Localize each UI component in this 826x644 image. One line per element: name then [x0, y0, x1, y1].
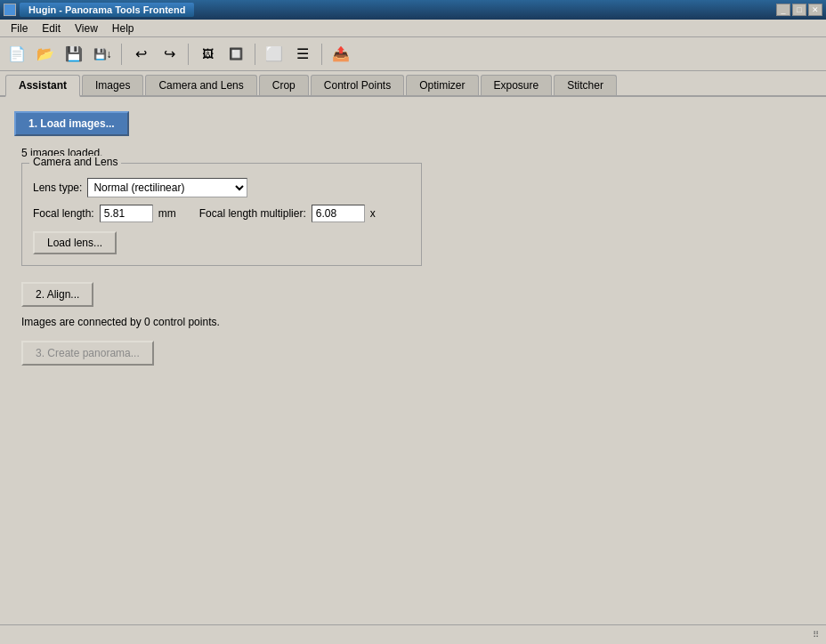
close-button[interactable]: ✕: [808, 4, 822, 16]
toolbar-sep-1: [121, 44, 122, 65]
tab-bar: Assistant Images Camera and Lens Crop Co…: [0, 71, 826, 97]
panorama-button[interactable]: 🔲: [223, 41, 249, 68]
tab-crop[interactable]: Crop: [259, 75, 309, 95]
focal-length-row: Focal length: mm Focal length multiplier…: [33, 205, 410, 222]
num-transform-button[interactable]: ☰: [289, 41, 316, 68]
tab-assistant[interactable]: Assistant: [5, 75, 80, 97]
redo-button[interactable]: ↪: [156, 41, 182, 68]
status-right: ⠿: [808, 628, 822, 642]
camera-lens-group: Camera and Lens Lens type: Normal (recti…: [21, 163, 422, 266]
add-images-button[interactable]: 🖼: [194, 41, 221, 68]
menu-edit[interactable]: Edit: [35, 20, 68, 36]
undo-button[interactable]: ↩: [127, 41, 154, 68]
new-button[interactable]: 📄: [4, 41, 30, 68]
menu-bar: File Edit View Help: [0, 20, 826, 37]
maximize-button[interactable]: □: [792, 4, 806, 16]
minimize-button[interactable]: _: [776, 4, 790, 16]
tab-optimizer[interactable]: Optimizer: [406, 75, 478, 95]
title-buttons[interactable]: _ □ ✕: [776, 4, 822, 16]
load-images-button[interactable]: 1. Load images...: [14, 111, 129, 136]
create-panorama-button[interactable]: 3. Create panorama...: [21, 341, 154, 366]
tab-images[interactable]: Images: [82, 75, 143, 95]
title-bar: Hugin - Panorama Tools Frontend _ □ ✕: [0, 0, 826, 20]
open-button[interactable]: 📂: [32, 41, 59, 68]
focal-length-unit: mm: [158, 207, 176, 220]
group-label: Camera and Lens: [29, 156, 121, 168]
load-lens-button[interactable]: Load lens...: [33, 231, 117, 254]
fit-button[interactable]: ⬜: [261, 41, 287, 68]
focal-multiplier-input[interactable]: [312, 205, 365, 222]
control-points-row: Images are connected by 0 control points…: [21, 316, 812, 328]
create-panorama-row: 3. Create panorama...: [21, 341, 812, 366]
align-button[interactable]: 2. Align...: [21, 282, 93, 307]
tab-exposure[interactable]: Exposure: [481, 75, 553, 95]
menu-file[interactable]: File: [4, 20, 35, 36]
tab-stitcher[interactable]: Stitcher: [554, 75, 617, 95]
focal-length-input[interactable]: [100, 205, 153, 222]
save-as-button[interactable]: 💾↓: [89, 41, 116, 68]
menu-help[interactable]: Help: [105, 20, 142, 36]
control-points-text: Images are connected by 0 control points…: [21, 316, 220, 328]
lens-type-select[interactable]: Normal (rectilinear)FisheyeCylindricalEq…: [87, 178, 247, 197]
toolbar: 📄 📂 💾 💾↓ ↩ ↪ 🖼 🔲 ⬜ ☰ 📤: [0, 37, 826, 71]
focal-length-label: Focal length:: [33, 207, 94, 220]
focal-multiplier-unit: x: [370, 207, 376, 220]
resize-grip[interactable]: ⠿: [808, 628, 822, 642]
app-icon: [4, 4, 16, 16]
toolbar-sep-3: [255, 44, 255, 65]
load-lens-row: Load lens...: [33, 231, 410, 254]
status-bar: ⠿: [0, 624, 826, 644]
lens-type-row: Lens type: Normal (rectilinear)FisheyeCy…: [33, 178, 410, 197]
toolbar-sep-4: [321, 44, 322, 65]
lens-type-label: Lens type:: [33, 181, 82, 194]
tab-camera-lens[interactable]: Camera and Lens: [145, 75, 256, 95]
menu-view[interactable]: View: [68, 20, 105, 36]
tab-control-points[interactable]: Control Points: [311, 75, 404, 95]
title-text: Hugin - Panorama Tools Frontend: [20, 3, 194, 17]
align-row: 2. Align...: [21, 282, 812, 307]
export-button[interactable]: 📤: [328, 41, 354, 68]
toolbar-sep-2: [188, 44, 189, 65]
save-button[interactable]: 💾: [61, 41, 87, 68]
focal-multiplier-label: Focal length multiplier:: [199, 207, 306, 220]
main-content: 1. Load images... 5 images loaded. Camer…: [0, 97, 826, 622]
title-bar-left: Hugin - Panorama Tools Frontend: [4, 3, 194, 17]
